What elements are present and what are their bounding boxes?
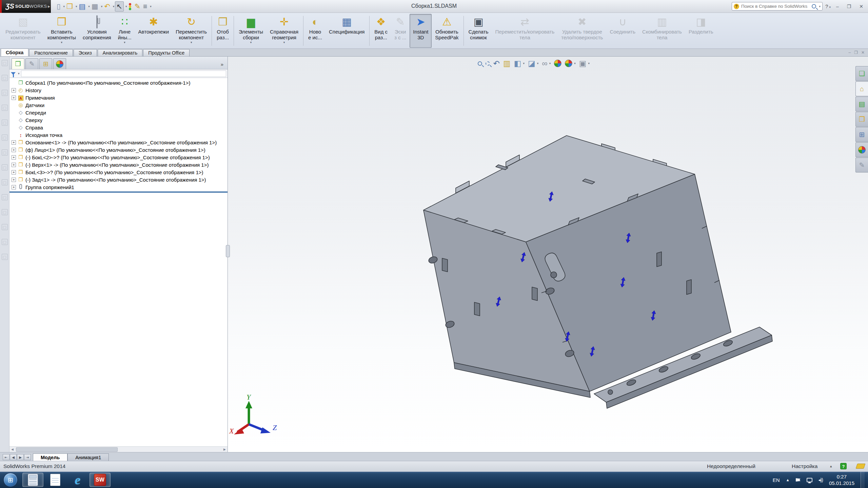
model-canvas[interactable]: Y X Z — [228, 57, 868, 452]
tab-эскиз[interactable]: Эскиз — [74, 49, 97, 56]
new-document-caret[interactable]: ▾ — [63, 5, 65, 8]
tab-расположение[interactable]: Расположение — [29, 49, 73, 56]
left-strip-tool-icon[interactable]: ▢ — [2, 209, 8, 215]
rollback-bar[interactable] — [9, 191, 228, 192]
left-strip-tool-icon[interactable]: ▢ — [2, 120, 8, 126]
show-desktop-button[interactable] — [861, 472, 865, 488]
status-tag-icon[interactable] — [856, 464, 866, 469]
status-custom-label[interactable]: Настройка — [792, 463, 817, 469]
appearances-tab[interactable] — [855, 142, 868, 157]
search-input[interactable] — [741, 4, 809, 9]
edit-appearance-note-button[interactable]: ✎ — [133, 2, 141, 11]
tree-item[interactable]: +❒(ф) Лицо<1> (По умолчанию<<По умолчани… — [9, 146, 228, 154]
rebuild-traffic-light-button[interactable] — [127, 2, 133, 11]
left-strip-tool-icon[interactable]: ▢ — [2, 194, 8, 200]
scroll-left-icon[interactable]: ◀ — [9, 448, 15, 451]
expand-icon[interactable]: + — [12, 163, 16, 167]
zoom-to-fit-button[interactable] — [477, 61, 483, 66]
solidworks-forum-tab[interactable]: ❏ — [855, 66, 868, 81]
close-button[interactable]: ✕ — [856, 3, 866, 10]
tab-анализировать[interactable]: Анализировать — [98, 49, 143, 56]
panel-horizontal-scrollbar[interactable]: ◀ ▶ — [9, 446, 228, 452]
tree-item[interactable]: +Группа сопряжений1 — [9, 183, 228, 191]
tab-nav-0[interactable]: ⇤ — [3, 454, 9, 460]
language-indicator[interactable]: EN — [773, 477, 780, 483]
linear-pattern-caret[interactable]: ▾ — [124, 41, 125, 44]
view-settings-button[interactable]: ▣▾ — [578, 58, 590, 68]
move-component-caret[interactable]: ▾ — [191, 41, 192, 44]
tree-item[interactable]: +❒Основание<1> -> (По умолчанию<<По умол… — [9, 139, 228, 146]
new-motion-study-button[interactable]: ◐Ново е ис... — [305, 14, 326, 48]
tab-nav-3[interactable]: ⇥ — [24, 454, 31, 460]
open-document-button[interactable]: ❒ — [65, 2, 74, 11]
left-strip-tool-icon[interactable]: ▢ — [2, 90, 8, 96]
volume-icon[interactable]: ◂)) — [818, 477, 823, 483]
tree-item[interactable]: ◎Датчики — [9, 101, 228, 109]
show-hidden-button[interactable]: ❒Отоб раз... — [213, 14, 232, 48]
model-tab-animation[interactable]: Анимация1 — [67, 453, 109, 461]
filter-caret[interactable]: ▾ — [18, 72, 20, 75]
taskbar-internet-explorer-button[interactable]: e — [67, 473, 88, 487]
new-document-button[interactable]: ▯ — [56, 2, 62, 11]
left-strip-tool-icon[interactable]: ▢ — [2, 60, 8, 66]
hide-show-items-button[interactable]: ∞▾ — [541, 58, 551, 68]
filter-input[interactable] — [21, 70, 226, 77]
open-document-caret[interactable]: ▾ — [76, 5, 77, 8]
expand-icon[interactable]: + — [12, 170, 16, 175]
tree-item[interactable]: +◴History — [9, 86, 228, 94]
reference-geometry-button[interactable]: ✛Справочная геометрия▾ — [267, 14, 302, 48]
instant-3d-button[interactable]: ➤Instant 3D — [410, 14, 432, 48]
taskbar-clock[interactable]: 0:27 05.01.2015 — [829, 473, 854, 486]
tree-item[interactable]: +❒(-) Зад<1> -> (По умолчанию<<По умолча… — [9, 176, 228, 183]
filter-icon[interactable] — [11, 72, 16, 75]
panel-overflow-button[interactable]: » — [219, 61, 225, 69]
expand-icon[interactable]: + — [12, 96, 16, 100]
assembly-features-button[interactable]: ▆Элементы сборки▾ — [235, 14, 267, 48]
tab-сборка[interactable]: Сборка — [1, 48, 28, 56]
scroll-right-icon[interactable]: ▶ — [222, 448, 228, 451]
print-button[interactable]: ▦ — [91, 2, 99, 11]
start-button[interactable]: ⊞ — [3, 473, 18, 487]
left-strip-tool-icon[interactable]: ▢ — [2, 105, 8, 111]
expand-icon[interactable]: + — [12, 148, 16, 152]
view-orientation-button[interactable]: ◧▾ — [513, 58, 525, 68]
custom-properties-tab[interactable]: ✎ — [855, 158, 868, 172]
hide-show-items-caret[interactable]: ▾ — [549, 62, 551, 65]
linear-pattern-button[interactable]: ∷Лине йны...▾ — [115, 14, 135, 48]
left-strip-tool-icon[interactable]: ▢ — [2, 239, 8, 245]
expand-icon[interactable]: + — [12, 140, 16, 145]
move-component-button[interactable]: ↻Переместить компонент▾ — [172, 14, 210, 48]
tab-nav-2[interactable]: ▶ — [17, 454, 24, 460]
scroll-thumb[interactable] — [16, 447, 118, 452]
search-options-caret[interactable]: ▾ — [819, 5, 821, 8]
graphics-viewport[interactable]: Y X Z ↶▥◧▾◪▾∞▾▾▣▾ ❏⌂▤❒⊞✎ — [228, 57, 868, 452]
minimize-button[interactable]: – — [833, 3, 842, 10]
mate-conditions-button[interactable]: Условия сопряжения — [79, 14, 115, 48]
left-strip-tool-icon[interactable]: ▢ — [2, 254, 8, 260]
left-strip-tool-icon[interactable]: ▢ — [2, 164, 8, 170]
expand-icon[interactable]: + — [12, 88, 16, 93]
exploded-view-button[interactable]: ❖Вид с раз... — [371, 14, 391, 48]
take-snapshot-button[interactable]: ▣Сделать снимок — [465, 14, 492, 48]
tree-item[interactable]: +❒(-) Верх<1> -> (По умолчанию<<По умолч… — [9, 161, 228, 168]
tab-продукты-office[interactable]: Продукты Office — [143, 49, 190, 56]
edit-appearance-button[interactable] — [553, 59, 562, 68]
tray-expand-icon[interactable]: ▲ — [786, 478, 790, 482]
select-arrow-caret[interactable]: ▾ — [125, 5, 127, 8]
tree-item[interactable]: ◇Спереди — [9, 109, 228, 116]
left-strip-tool-icon[interactable]: ▢ — [2, 179, 8, 185]
expand-icon[interactable]: + — [12, 185, 16, 189]
tree-item[interactable]: ❒Сборка1 (По умолчанию<По умолчанию_Сост… — [9, 79, 228, 86]
undo-button[interactable]: ↶ — [103, 2, 111, 11]
apply-scene-button[interactable]: ▾ — [564, 59, 576, 68]
restore-button[interactable]: ❐ — [844, 3, 854, 10]
previous-view-button[interactable]: ↶ — [493, 58, 500, 68]
tree-item[interactable]: +❒БокL<3>->? (По умолчанию<<По умолчанию… — [9, 168, 228, 176]
tree-item[interactable]: ◇Сверху — [9, 116, 228, 124]
featuremanager-tree-tab[interactable]: ❒ — [12, 58, 24, 69]
apply-scene-caret[interactable]: ▾ — [574, 62, 576, 65]
left-strip-tool-icon[interactable]: ▢ — [2, 135, 8, 141]
display-style-button[interactable]: ◪▾ — [527, 58, 539, 68]
tree-item[interactable]: ↕Исходная точка — [9, 131, 228, 139]
reference-geometry-caret[interactable]: ▾ — [283, 41, 285, 44]
